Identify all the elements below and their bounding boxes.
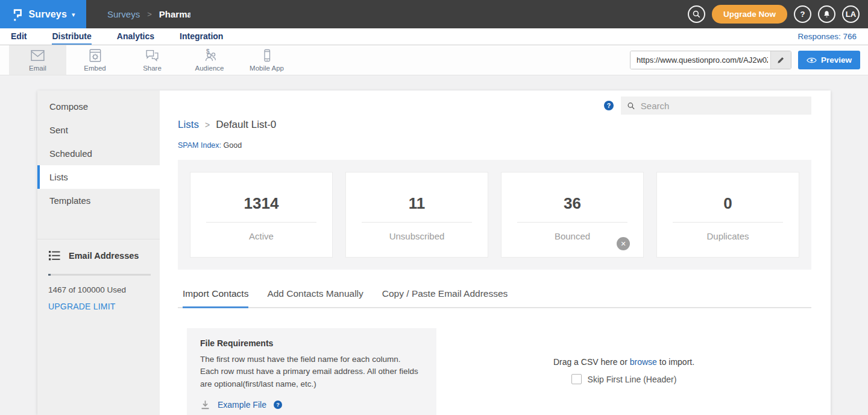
duplicates-count: 0 (657, 194, 799, 213)
channel-label: Audience (195, 65, 224, 72)
upgrade-limit-link[interactable]: UPGRADE LIMIT (48, 302, 149, 311)
content-card: Compose Sent Scheduled Lists Templates (37, 90, 831, 415)
breadcrumb-separator: > (205, 120, 210, 130)
bounced-count: 36 (502, 194, 643, 213)
channel-label: Email (29, 65, 46, 72)
search-box (621, 97, 811, 115)
tab-copy-paste-email-addresses[interactable]: Copy / Paste Email Addresses (382, 288, 508, 307)
divider (673, 222, 783, 223)
email-addresses-title: Email Addresses (69, 251, 139, 261)
eye-icon (807, 57, 817, 64)
email-addresses-section: Email Addresses 1467 of 100000 Used UPGR… (37, 239, 160, 311)
list-breadcrumb: Lists > Default List-0 (178, 119, 811, 131)
search-button[interactable] (688, 5, 705, 23)
avatar-initials: LA (846, 10, 856, 19)
header-bar: Surveys > Pharma Upgrade Now ? (86, 0, 868, 28)
product-name: Surveys (28, 9, 67, 20)
search-row: ? (178, 97, 811, 115)
search-input[interactable] (641, 101, 805, 111)
share-icon (144, 48, 160, 63)
channel-share[interactable]: Share (124, 45, 181, 75)
drag-text-after: to import. (659, 357, 694, 367)
preview-label: Preview (821, 55, 852, 65)
close-icon: ✕ (620, 240, 626, 248)
tab-import-contacts[interactable]: Import Contacts (183, 288, 248, 308)
channel-mobile-app[interactable]: Mobile App (238, 45, 295, 75)
divider (362, 222, 472, 223)
survey-nav-tabs: Edit Distribute Analytics Integration (11, 28, 223, 45)
chevron-down-icon: ▾ (72, 11, 75, 19)
divider (206, 222, 316, 223)
responses-count[interactable]: Responses: 766 (797, 32, 857, 41)
download-icon (200, 400, 210, 410)
notifications-button[interactable] (818, 5, 835, 23)
email-usage-bar (48, 274, 151, 276)
skip-first-line-label: Skip First Line (Header) (588, 375, 677, 384)
tab-integration[interactable]: Integration (180, 28, 223, 45)
preview-button[interactable]: Preview (798, 51, 860, 69)
upgrade-now-button[interactable]: Upgrade Now (712, 5, 787, 24)
email-icon (30, 48, 46, 63)
sidebar-item-compose[interactable]: Compose (37, 95, 160, 118)
unsubscribed-count: 11 (346, 194, 488, 213)
breadcrumb-surveys-link[interactable]: Surveys (107, 9, 140, 19)
questionpro-logo-icon (11, 7, 24, 22)
sidebar-item-scheduled[interactable]: Scheduled (37, 142, 160, 165)
example-file-help-icon[interactable]: ? (274, 401, 282, 409)
skip-first-line-row: Skip First Line (Header) (571, 374, 677, 384)
example-file-link[interactable]: Example File (218, 400, 266, 410)
mobile-app-icon (260, 48, 274, 63)
survey-nav: Edit Distribute Analytics Integration Re… (0, 28, 868, 45)
header-actions: Upgrade Now ? LA (688, 5, 860, 24)
breadcrumb: Surveys > Pharma (107, 9, 190, 19)
tab-distribute[interactable]: Distribute (52, 28, 91, 45)
sidebar-item-sent[interactable]: Sent (37, 118, 160, 142)
help-button[interactable]: ? (794, 5, 811, 23)
stat-card-bounced: 36 Bounced ✕ (501, 172, 644, 258)
avatar[interactable]: LA (842, 5, 860, 23)
list-stats-panel: 1314 Active 11 Unsubscribed 36 Bounced (178, 160, 811, 270)
help-icon[interactable]: ? (604, 101, 614, 110)
skip-first-line-checkbox[interactable] (571, 374, 582, 384)
audience-icon: $ (201, 48, 218, 63)
sidebar-item-templates[interactable]: Templates (37, 189, 160, 212)
tab-edit[interactable]: Edit (11, 28, 27, 45)
lists-link[interactable]: Lists (178, 119, 199, 131)
stat-card-duplicates: 0 Duplicates (656, 172, 799, 258)
survey-url-group (630, 51, 791, 69)
sidebar-item-lists[interactable]: Lists (37, 165, 160, 189)
search-icon (627, 101, 635, 110)
channel-label: Embed (84, 65, 105, 72)
import-contacts-panel: File Requirements The first row must hav… (178, 328, 811, 415)
question-glyph: ? (607, 102, 611, 109)
bell-icon (822, 10, 831, 19)
email-sidebar: Compose Sent Scheduled Lists Templates (37, 90, 160, 415)
email-addresses-header: Email Addresses (48, 250, 149, 261)
duplicates-label: Duplicates (657, 231, 799, 241)
channel-label: Share (143, 65, 162, 72)
channel-items: Email Embed (9, 45, 295, 75)
question-icon: ? (800, 10, 805, 19)
channel-audience[interactable]: $ Audience (181, 45, 238, 75)
spam-index-row: SPAM Index: Good (178, 141, 811, 150)
channel-email[interactable]: Email (9, 45, 66, 75)
breadcrumb-separator: > (147, 10, 152, 19)
spam-index-label: SPAM Index: (178, 141, 221, 150)
product-switcher[interactable]: Surveys ▾ (0, 0, 86, 28)
tab-add-contacts-manually[interactable]: Add Contacts Manually (267, 288, 363, 307)
distribute-toolbar: Email Embed (0, 45, 868, 75)
csv-drop-area[interactable]: Drag a CSV here or browse to import. Ski… (436, 328, 811, 415)
unsubscribed-label: Unsubscribed (346, 231, 488, 241)
clear-bounced-button[interactable]: ✕ (617, 237, 630, 250)
edit-url-button[interactable] (770, 51, 791, 69)
channel-label: Mobile App (250, 65, 284, 72)
active-count: 1314 (190, 194, 332, 213)
survey-url-input[interactable] (631, 51, 770, 69)
tab-analytics[interactable]: Analytics (117, 28, 154, 45)
channel-embed[interactable]: Embed (66, 45, 124, 75)
example-file-row: Example File ? (200, 400, 423, 410)
breadcrumb-survey-name: Pharma (159, 9, 190, 19)
file-requirements-body: The first row must have the field name f… (200, 353, 418, 390)
browse-link[interactable]: browse (630, 357, 657, 367)
page-body: Compose Sent Scheduled Lists Templates (0, 75, 868, 415)
